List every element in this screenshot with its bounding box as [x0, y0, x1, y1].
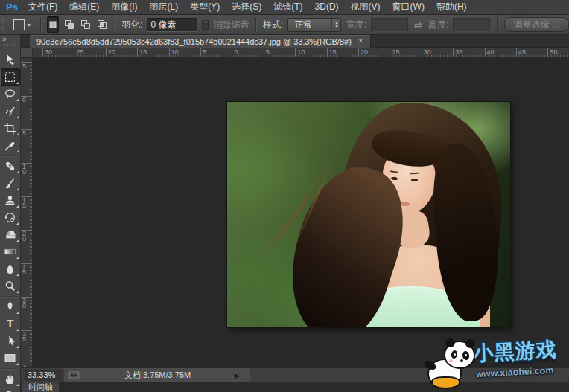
sync-status-icon [67, 370, 80, 380]
watermark-text: 小黑游戏 www.xiaohei.com [473, 335, 569, 380]
eyedropper-tool[interactable] [1, 137, 20, 154]
clone-stamp-tool-icon [4, 194, 16, 207]
menu-item-layer[interactable]: 图层(L) [150, 0, 179, 14]
style-label: 样式: [263, 19, 283, 31]
blur-tool[interactable] [1, 260, 20, 277]
document-tab[interactable]: 90e3c756e5d8d5dd7295053c42d63f83_t015b74… [30, 35, 371, 48]
hand-tool[interactable] [1, 370, 20, 388]
refine-edge-button: 调整边缘 ... [504, 17, 569, 32]
menu-item-3d[interactable]: 3D(D) [315, 0, 339, 14]
rectangular-marquee-tool[interactable] [1, 68, 20, 86]
menu-item-select[interactable]: 选择(S) [232, 0, 261, 14]
document-size-info: 文档:3.75M/3.75M [80, 370, 235, 381]
blur-tool-icon [4, 263, 16, 275]
watermark-site-url: www.xiaohei.com [474, 364, 569, 380]
move-tool[interactable] [1, 51, 20, 68]
quick-selection-tool[interactable] [1, 103, 20, 120]
intersect-selection-button[interactable] [96, 16, 108, 33]
style-select[interactable]: 正常 ▴▾ [287, 18, 341, 32]
toolbox-separator [3, 368, 17, 369]
h-ruler-tick-label: 45 [516, 48, 526, 57]
panda-mascot-icon [426, 341, 478, 391]
menu-item-filter[interactable]: 滤镜(T) [273, 0, 302, 14]
h-ruler-tick-label: 5 [264, 48, 270, 57]
v-ruler-tick-label: 25 [21, 263, 33, 275]
feather-input[interactable] [147, 18, 197, 32]
history-brush-tool[interactable] [1, 209, 20, 226]
path-selection-tool[interactable] [1, 332, 20, 350]
h-ruler-tick-label: 0 [232, 48, 238, 57]
move-tool-icon [4, 54, 16, 66]
width-input [371, 18, 408, 32]
hand-tool-icon [4, 373, 16, 385]
ruler-origin-box[interactable] [21, 48, 33, 58]
spinner-arrows-icon: ▴▾ [331, 19, 337, 30]
h-ruler-tick-label: 35 [453, 48, 462, 57]
type-tool[interactable]: T [1, 315, 20, 332]
crop-tool[interactable] [1, 120, 20, 137]
status-menu-arrow-icon[interactable]: ▶ [235, 372, 240, 379]
gradient-tool-icon [4, 245, 16, 258]
horizontal-ruler[interactable]: 3025201510505101520253035404550 [21, 48, 569, 58]
close-tab-icon[interactable]: × [358, 37, 363, 45]
height-input [453, 18, 490, 32]
clone-stamp-tool[interactable] [1, 192, 20, 209]
options-bar-grip[interactable] [1, 18, 4, 31]
menu-item-file[interactable]: 文件(F) [28, 0, 57, 14]
menu-item-help[interactable]: 帮助(H) [436, 0, 467, 14]
v-ruler-tick-label: 10 [21, 163, 33, 175]
h-ruler-tick-label: 20 [106, 48, 115, 57]
lasso-tool[interactable] [1, 86, 20, 103]
canvas-pasteboard [33, 58, 569, 367]
swap-dimensions-icon: ⇄ [414, 19, 422, 30]
canvas-image[interactable] [227, 102, 510, 327]
h-ruler-tick-label: 10 [169, 48, 179, 57]
h-ruler-tick-label: 40 [485, 48, 495, 57]
collapse-toolbox-button[interactable]: » [2, 36, 20, 42]
timeline-panel-tab[interactable]: 时间轴 [22, 382, 59, 392]
spot-healing-brush-tool[interactable] [1, 158, 20, 175]
separator [497, 17, 498, 32]
pen-tool[interactable] [1, 298, 20, 315]
antialias-label: 消除锯齿 [213, 19, 249, 31]
menu-item-type[interactable]: 类型(Y) [190, 0, 220, 14]
v-ruler-tick-label: 30 [21, 297, 33, 309]
toolbox-tools: T [0, 47, 20, 392]
separator [255, 17, 256, 32]
toolbox-separator [3, 296, 17, 297]
crop-tool-icon [4, 122, 16, 135]
brush-tool[interactable] [1, 175, 20, 192]
dodge-tool[interactable] [1, 277, 20, 295]
svg-text:T: T [7, 318, 13, 330]
brush-tool-icon [4, 177, 16, 190]
gradient-tool[interactable] [1, 243, 20, 260]
ruler-minor-ticks [30, 62, 32, 367]
menu-item-image[interactable]: 图像(I) [111, 0, 137, 14]
add-selection-button[interactable] [63, 16, 75, 33]
watermark-site-name: 小黑游戏 [473, 335, 569, 367]
h-ruler-tick-label: 25 [74, 48, 83, 57]
quick-selection-tool-icon [4, 105, 16, 118]
menu-item-edit[interactable]: 编辑(E) [69, 0, 99, 14]
spot-healing-brush-tool-icon [4, 160, 16, 173]
menu-items: 文件(F)编辑(E)图像(I)图层(L)类型(Y)选择(S)滤镜(T)3D(D)… [28, 0, 467, 14]
eyedropper-tool-icon [4, 139, 16, 152]
type-tool-icon: T [4, 318, 16, 330]
eraser-tool[interactable] [1, 226, 20, 243]
zoom-tool[interactable] [1, 388, 20, 392]
vertical-ruler[interactable]: 50510152025303540 [21, 58, 33, 367]
menu-item-window[interactable]: 窗口(W) [392, 0, 425, 14]
rectangle-tool[interactable] [1, 350, 20, 367]
v-ruler-tick-label: 20 [21, 230, 33, 242]
pen-tool-icon [4, 301, 16, 313]
v-ruler-tick-label: 15 [21, 196, 33, 208]
menu-item-view[interactable]: 视图(V) [351, 0, 381, 14]
rectangular-marquee-tool-icon [4, 71, 16, 83]
h-ruler-tick-label: 10 [295, 48, 305, 57]
tool-preset-button[interactable]: ▾ [10, 18, 34, 32]
zoom-level-input[interactable]: 33.33% [25, 370, 63, 381]
new-selection-button[interactable] [47, 16, 59, 33]
subtract-selection-button[interactable] [80, 16, 92, 33]
antialias-checkbox[interactable] [202, 20, 209, 30]
v-ruler-tick-label: 0 [21, 96, 33, 103]
